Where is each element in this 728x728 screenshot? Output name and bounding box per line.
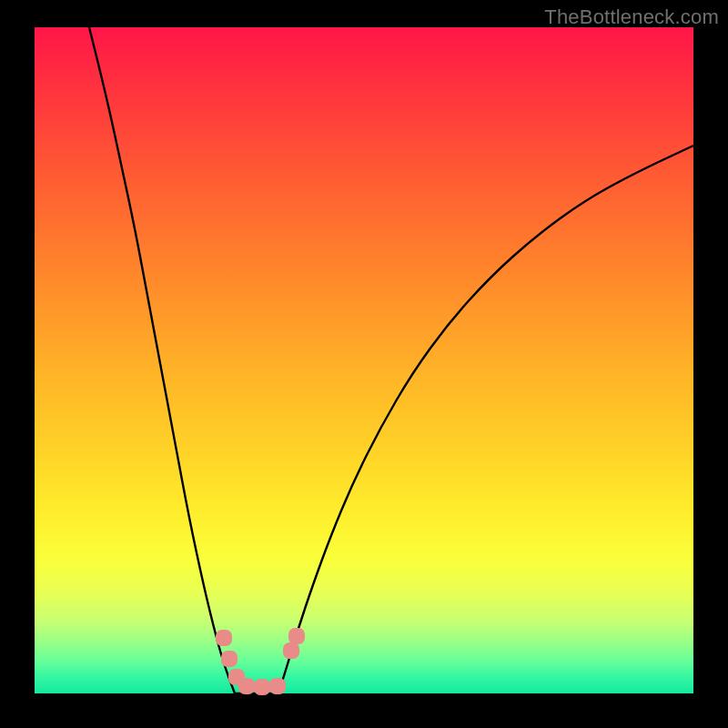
curve-marker: [254, 679, 270, 695]
bottleneck-curve: [35, 27, 693, 693]
watermark-text: TheBottleneck.com: [544, 5, 719, 29]
curve-marker: [238, 678, 255, 694]
curve-marker: [288, 628, 305, 644]
curve-marker: [283, 642, 299, 659]
curve-marker: [221, 651, 238, 667]
curve-marker: [269, 678, 286, 694]
curve-marker: [216, 630, 232, 646]
gradient-plot-area: [35, 27, 693, 693]
curve-markers: [216, 628, 305, 695]
chart-frame: TheBottleneck.com: [0, 0, 728, 728]
v-curve-line: [89, 27, 693, 693]
